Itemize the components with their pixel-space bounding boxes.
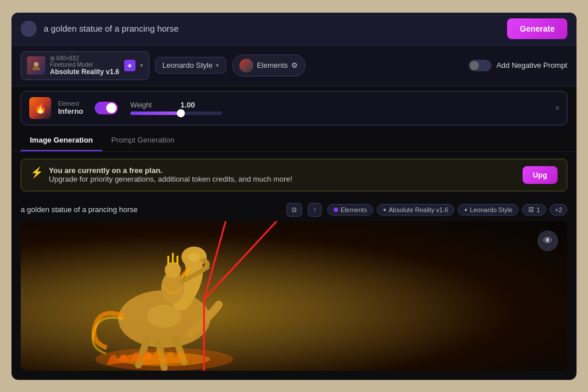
negative-prompt-toggle[interactable] <box>469 60 492 71</box>
negative-prompt-area: Add Negative Prompt <box>469 60 567 71</box>
result-tag-style: ● Leonardo Style <box>458 204 519 216</box>
eye-button[interactable]: 👁 <box>537 230 558 251</box>
model-info: ⊞ 640×832 Finetuned Model Absolute Reali… <box>50 55 119 76</box>
weight-label: Weight <box>130 101 152 109</box>
main-container: a golden statue of a prancing horse Gene… <box>11 13 577 380</box>
elements-button[interactable]: Elements ⚙ <box>232 55 305 76</box>
tab-prompt-generation[interactable]: Prompt Generation <box>102 130 184 151</box>
weight-slider-fill <box>130 112 181 115</box>
element-thumbnail: 🔥 <box>29 97 51 119</box>
toolbar-row: ⊞ 640×832 Finetuned Model Absolute Reali… <box>11 45 577 86</box>
model-selector[interactable]: ⊞ 640×832 Finetuned Model Absolute Reali… <box>21 51 149 80</box>
model-name-label: Absolute Reality v1.6 <box>50 68 119 76</box>
negative-prompt-label: Add Negative Prompt <box>496 61 567 70</box>
prompt-text: a golden statue of a prancing horse <box>44 24 507 33</box>
svg-point-10 <box>147 305 181 328</box>
model-size: ⊞ 640×832 <box>50 55 119 62</box>
weight-header: Weight 1.00 <box>130 101 195 109</box>
generate-button[interactable]: Generate <box>507 18 567 39</box>
weight-section: Weight 1.00 <box>130 101 559 115</box>
element-toggle[interactable] <box>95 102 118 114</box>
element-name: Inferno <box>58 107 83 116</box>
result-tag-count1: 🖼 1 <box>522 204 546 216</box>
upgrade-banner: ⚡ You are currently on a free plan. Upgr… <box>21 159 567 191</box>
element-info: Element Inferno <box>58 101 83 116</box>
grid-icon: ⊞ <box>50 55 55 62</box>
horse-image <box>21 221 567 371</box>
result-tag-elements: Elements <box>327 204 373 216</box>
horse-svg <box>49 227 336 371</box>
tag-dot-elements <box>334 207 338 212</box>
svg-point-9 <box>165 262 181 278</box>
result-prompt-text: a golden statue of a prancing horse <box>21 205 281 214</box>
style-chevron-icon: ▾ <box>216 62 219 68</box>
image-area: 👁 <box>21 221 567 371</box>
svg-point-0 <box>34 62 38 67</box>
svg-point-11 <box>188 252 200 262</box>
up-button[interactable]: ↑ <box>308 203 322 217</box>
weight-slider[interactable] <box>130 112 222 115</box>
element-panel: 🔥 Element Inferno Weight 1.00 × <box>21 91 567 125</box>
copy-prompt-button[interactable]: ⧉ <box>287 203 302 217</box>
tab-image-generation[interactable]: Image Generation <box>21 130 102 151</box>
lightning-icon: ⚡ <box>30 166 43 179</box>
banner-text: You are currently on a free plan. Upgrad… <box>49 166 292 183</box>
purple-badge-icon: ◈ <box>124 60 136 71</box>
style-selector[interactable]: Leonardo Style ▾ <box>155 57 226 74</box>
elements-label: Elements <box>257 61 288 70</box>
upgrade-button[interactable]: Upg <box>523 166 558 184</box>
elements-gear-icon: ⚙ <box>291 61 298 70</box>
result-tag-model: ● Absolute Reality v1.6 <box>377 204 454 216</box>
result-plus-badge: +2 <box>550 204 567 216</box>
prompt-circle-icon <box>21 21 37 37</box>
style-label: Leonardo Style <box>163 61 212 70</box>
banner-content: ⚡ You are currently on a free plan. Upgr… <box>30 166 292 183</box>
results-header: a golden statue of a prancing horse ⧉ ↑ … <box>11 198 577 221</box>
chevron-down-icon: ▾ <box>140 62 143 68</box>
element-type-label: Element <box>58 101 83 107</box>
weight-slider-thumb <box>177 109 185 117</box>
elements-avatar <box>239 59 253 72</box>
prompt-bar: a golden statue of a prancing horse Gene… <box>11 13 577 45</box>
model-avatar <box>27 56 45 75</box>
model-type-label: Finetuned Model <box>50 62 119 68</box>
tabs-row: Image Generation Prompt Generation <box>11 130 577 152</box>
close-element-button[interactable]: × <box>555 103 560 113</box>
result-tags: Elements ● Absolute Reality v1.6 ● Leona… <box>327 204 567 216</box>
eye-icon: 👁 <box>543 236 552 246</box>
weight-value: 1.00 <box>180 101 195 109</box>
